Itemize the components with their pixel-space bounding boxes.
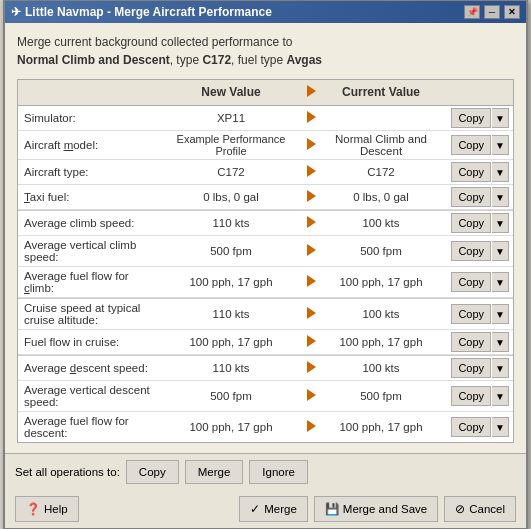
copy-button-taxi[interactable]: Copy bbox=[451, 187, 491, 207]
copy-button-simulator[interactable]: Copy bbox=[451, 108, 491, 128]
copy-dropdown-vert-climb[interactable]: ▼ bbox=[492, 241, 509, 261]
minimize-button[interactable]: ─ bbox=[484, 5, 500, 19]
row-new-fuel-climb: 100 pph, 17 gph bbox=[161, 274, 301, 290]
row-new-simulator: XP11 bbox=[161, 110, 301, 126]
cancel-icon: ⊘ bbox=[455, 502, 465, 516]
copy-button-model[interactable]: Copy bbox=[451, 135, 491, 155]
row-label-descent-speed: Average descent speed: bbox=[18, 359, 161, 377]
header-current-value: Current Value bbox=[321, 83, 441, 102]
copy-button-descent-speed[interactable]: Copy bbox=[451, 358, 491, 378]
copy-dropdown-fuel-climb[interactable]: ▼ bbox=[492, 272, 509, 292]
table-row: Average fuel flow for climb: 100 pph, 17… bbox=[18, 267, 513, 298]
copy-dropdown-climb-speed[interactable]: ▼ bbox=[492, 213, 509, 233]
copy-button-fuel-cruise[interactable]: Copy bbox=[451, 332, 491, 352]
copy-dropdown-model[interactable]: ▼ bbox=[492, 135, 509, 155]
main-window: ✈ Little Navmap - Merge Aircraft Perform… bbox=[3, 0, 528, 529]
copy-dropdown-type[interactable]: ▼ bbox=[492, 162, 509, 182]
row-label-vert-climb: Average vertical climb speed: bbox=[18, 236, 161, 266]
arrow-taxi bbox=[301, 189, 321, 205]
copy-button-cruise[interactable]: Copy bbox=[451, 304, 491, 324]
set-all-copy-button[interactable]: Copy bbox=[126, 460, 179, 484]
aircraft-type: C172 bbox=[202, 53, 231, 67]
row-new-fuel-cruise: 100 pph, 17 gph bbox=[161, 334, 301, 350]
table-header: New Value Current Value bbox=[18, 80, 513, 106]
set-all-merge-button[interactable]: Merge bbox=[185, 460, 244, 484]
row-current-model: Normal Climb and Descent bbox=[321, 131, 441, 159]
row-action-cruise: Copy ▼ bbox=[441, 302, 513, 326]
copy-dropdown-descent-speed[interactable]: ▼ bbox=[492, 358, 509, 378]
row-label-vert-descent: Average vertical descent speed: bbox=[18, 381, 161, 411]
table-row: Average vertical descent speed: 500 fpm … bbox=[18, 381, 513, 412]
merge-save-button[interactable]: 💾 Merge and Save bbox=[314, 496, 438, 522]
arrow-fuel-descent bbox=[301, 419, 321, 435]
arrow-vert-climb bbox=[301, 243, 321, 259]
copy-dropdown-fuel-descent[interactable]: ▼ bbox=[492, 417, 509, 437]
copy-button-fuel-descent[interactable]: Copy bbox=[451, 417, 491, 437]
data-table: New Value Current Value Simulator: XP11 … bbox=[17, 79, 514, 443]
row-action-descent-speed: Copy ▼ bbox=[441, 356, 513, 380]
row-new-type: C172 bbox=[161, 164, 301, 180]
row-new-model: Example Performance Profile bbox=[161, 131, 301, 159]
table-row: Taxi fuel: 0 lbs, 0 gal 0 lbs, 0 gal Cop… bbox=[18, 185, 513, 210]
arrow-simulator bbox=[301, 110, 321, 126]
row-label-fuel-climb: Average fuel flow for climb: bbox=[18, 267, 161, 297]
row-new-fuel-descent: 100 pph, 17 gph bbox=[161, 419, 301, 435]
copy-dropdown-vert-descent[interactable]: ▼ bbox=[492, 386, 509, 406]
copy-button-climb-speed[interactable]: Copy bbox=[451, 213, 491, 233]
row-action-climb-speed: Copy ▼ bbox=[441, 211, 513, 235]
header-action bbox=[441, 83, 513, 102]
row-current-fuel-cruise: 100 pph, 17 gph bbox=[321, 334, 441, 350]
row-label-cruise: Cruise speed at typical cruise altitude: bbox=[18, 299, 161, 329]
row-current-fuel-climb: 100 pph, 17 gph bbox=[321, 274, 441, 290]
copy-dropdown-taxi[interactable]: ▼ bbox=[492, 187, 509, 207]
row-new-taxi: 0 lbs, 0 gal bbox=[161, 189, 301, 205]
row-new-vert-descent: 500 fpm bbox=[161, 388, 301, 404]
pin-button[interactable]: 📌 bbox=[464, 5, 480, 19]
row-action-fuel-climb: Copy ▼ bbox=[441, 270, 513, 294]
table-row: Average descent speed: 110 kts 100 kts C… bbox=[18, 355, 513, 381]
table-row: Aircraft type: C172 C172 Copy ▼ bbox=[18, 160, 513, 185]
set-operations-bar: Set all operations to: Copy Merge Ignore bbox=[5, 453, 526, 490]
row-current-type: C172 bbox=[321, 164, 441, 180]
checkmark-icon: ✓ bbox=[250, 502, 260, 516]
row-action-vert-climb: Copy ▼ bbox=[441, 239, 513, 263]
table-row: Average climb speed: 110 kts 100 kts Cop… bbox=[18, 210, 513, 236]
copy-dropdown-fuel-cruise[interactable]: ▼ bbox=[492, 332, 509, 352]
row-current-descent-speed: 100 kts bbox=[321, 360, 441, 376]
copy-button-type[interactable]: Copy bbox=[451, 162, 491, 182]
window-title: Little Navmap - Merge Aircraft Performan… bbox=[25, 5, 272, 19]
arrow-vert-descent bbox=[301, 388, 321, 404]
arrow-type bbox=[301, 164, 321, 180]
table-row: Average fuel flow for descent: 100 pph, … bbox=[18, 412, 513, 442]
arrow-cruise bbox=[301, 306, 321, 322]
copy-dropdown-cruise[interactable]: ▼ bbox=[492, 304, 509, 324]
row-current-cruise: 100 kts bbox=[321, 306, 441, 322]
app-icon: ✈ bbox=[11, 5, 21, 19]
row-current-vert-descent: 500 fpm bbox=[321, 388, 441, 404]
row-action-taxi: Copy ▼ bbox=[441, 185, 513, 209]
window-content: Merge current background collected perfo… bbox=[5, 23, 526, 453]
close-button[interactable]: ✕ bbox=[504, 5, 520, 19]
set-all-ignore-button[interactable]: Ignore bbox=[249, 460, 308, 484]
merge-button[interactable]: ✓ Merge bbox=[239, 496, 308, 522]
row-action-type: Copy ▼ bbox=[441, 160, 513, 184]
help-button[interactable]: ❓ Help bbox=[15, 496, 79, 522]
header-label bbox=[18, 83, 161, 102]
arrow-fuel-climb bbox=[301, 274, 321, 290]
copy-button-fuel-climb[interactable]: Copy bbox=[451, 272, 491, 292]
row-label-type: Aircraft type: bbox=[18, 163, 161, 181]
copy-button-vert-descent[interactable]: Copy bbox=[451, 386, 491, 406]
copy-dropdown-simulator[interactable]: ▼ bbox=[492, 108, 509, 128]
arrow-climb-speed bbox=[301, 215, 321, 231]
row-current-vert-climb: 500 fpm bbox=[321, 243, 441, 259]
row-label-fuel-descent: Average fuel flow for descent: bbox=[18, 412, 161, 442]
table-row: Average vertical climb speed: 500 fpm 50… bbox=[18, 236, 513, 267]
table-row: Aircraft model: Example Performance Prof… bbox=[18, 131, 513, 160]
copy-button-vert-climb[interactable]: Copy bbox=[451, 241, 491, 261]
row-new-descent-speed: 110 kts bbox=[161, 360, 301, 376]
footer-actions: ✓ Merge 💾 Merge and Save ⊘ Cancel bbox=[239, 496, 516, 522]
cancel-button[interactable]: ⊘ Cancel bbox=[444, 496, 516, 522]
title-bar-controls[interactable]: 📌 ─ ✕ bbox=[464, 5, 520, 19]
row-new-vert-climb: 500 fpm bbox=[161, 243, 301, 259]
header-new-value: New Value bbox=[161, 83, 301, 102]
